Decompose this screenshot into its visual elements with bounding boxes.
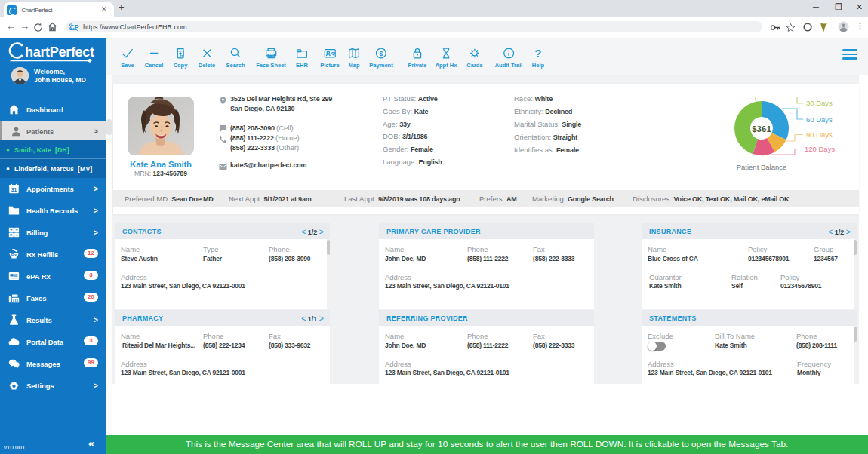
svg-text:31: 31: [11, 187, 17, 192]
svg-text:$: $: [380, 50, 383, 57]
svg-text:60 Days: 60 Days: [806, 115, 833, 124]
svg-text:90 Days: 90 Days: [806, 130, 833, 139]
svg-text:hartPerfect: hartPerfect: [25, 44, 94, 60]
svg-text:120 Days: 120 Days: [805, 145, 835, 153]
svg-text:$361: $361: [752, 124, 771, 133]
svg-text:?: ?: [535, 48, 542, 60]
svg-text:30 Days: 30 Days: [806, 99, 833, 107]
svg-text:Rx: Rx: [11, 253, 17, 257]
